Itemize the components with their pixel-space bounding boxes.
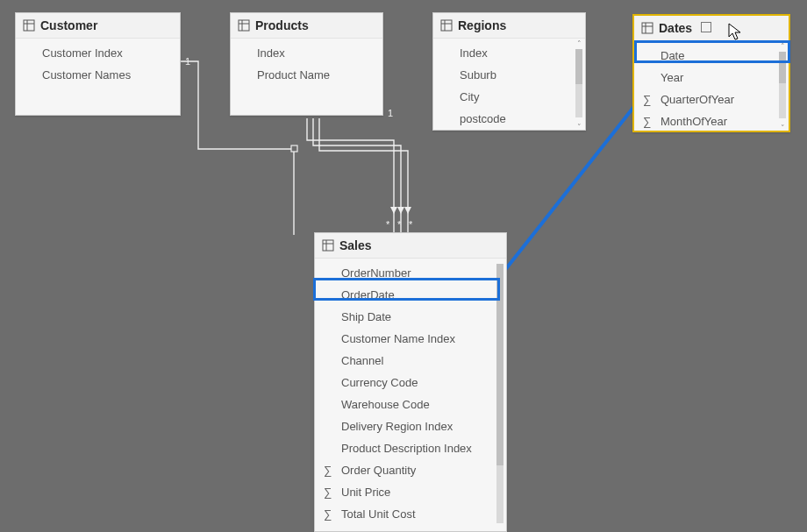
field-sales-orderdate[interactable]: OrderDate bbox=[315, 284, 506, 306]
model-diagram-canvas[interactable]: 1 1 * * * Customer Customer Index bbox=[0, 0, 807, 532]
cardinality-one: 1 bbox=[388, 108, 393, 118]
svg-marker-3 bbox=[404, 207, 411, 214]
scroll-down-icon[interactable]: ˅ bbox=[781, 124, 785, 132]
field-regions-postcode[interactable]: postcode bbox=[433, 108, 585, 130]
field-sales-channel[interactable]: Channel bbox=[315, 350, 506, 372]
scroll-down-icon[interactable]: ˅ bbox=[577, 124, 582, 131]
svg-rect-10 bbox=[441, 20, 452, 31]
table-title: Dates bbox=[659, 21, 692, 35]
relationship-products-sales-3 bbox=[319, 118, 408, 232]
svg-rect-7 bbox=[239, 20, 249, 31]
svg-rect-13 bbox=[642, 23, 653, 33]
maximize-icon[interactable] bbox=[701, 21, 711, 35]
field-sales-currencycode[interactable]: Currency Code bbox=[315, 372, 506, 394]
table-customer[interactable]: Customer Customer Index Customer Names bbox=[15, 12, 181, 116]
field-list: Customer Index Customer Names bbox=[16, 39, 180, 89]
field-dates-quarterofyear[interactable]: ∑ QuarterOfYear bbox=[634, 89, 789, 110]
sigma-icon: ∑ bbox=[643, 91, 651, 108]
table-icon bbox=[641, 22, 653, 34]
field-sales-totalunitcost[interactable]: ∑ Total Unit Cost bbox=[315, 503, 506, 525]
field-label: QuarterOfYear bbox=[661, 91, 734, 108]
table-header-dates[interactable]: Dates bbox=[634, 16, 789, 41]
field-sales-orderquantity[interactable]: ∑ Order Quantity bbox=[315, 459, 506, 481]
svg-rect-0 bbox=[291, 145, 297, 152]
table-regions[interactable]: Regions Index Suburb City postcode Longi… bbox=[432, 12, 586, 131]
table-sales[interactable]: Sales OrderNumber OrderDate Ship Date Cu… bbox=[314, 232, 507, 532]
svg-rect-4 bbox=[24, 20, 34, 31]
cardinality-many: * bbox=[409, 219, 413, 230]
field-list: OrderNumber OrderDate Ship Date Customer… bbox=[315, 259, 506, 532]
scrollbar-thumb[interactable] bbox=[575, 49, 582, 84]
field-label: Unit Price bbox=[341, 484, 390, 500]
cardinality-many: * bbox=[386, 219, 390, 230]
table-title: Customer bbox=[40, 18, 97, 32]
table-header-products[interactable]: Products bbox=[231, 13, 382, 39]
table-header-sales[interactable]: Sales bbox=[315, 233, 506, 259]
field-sales-unitprice[interactable]: ∑ Unit Price bbox=[315, 481, 506, 503]
field-dates-dayofmonth[interactable]: ∑ DayOfMonth bbox=[634, 132, 789, 134]
field-list: Index Product Name bbox=[231, 39, 382, 89]
field-products-index[interactable]: Index bbox=[231, 42, 382, 64]
table-title: Products bbox=[255, 18, 309, 32]
field-label: MonthOfYear bbox=[661, 113, 727, 130]
relationship-products-sales-2 bbox=[313, 118, 401, 232]
scrollbar-thumb[interactable] bbox=[496, 264, 503, 465]
field-products-name[interactable]: Product Name bbox=[231, 64, 382, 86]
cardinality-one: 1 bbox=[185, 56, 190, 67]
field-regions-longitude[interactable]: Longitude bbox=[433, 130, 585, 133]
field-label: Total Unit Cost bbox=[341, 506, 416, 522]
field-customer-index[interactable]: Customer Index bbox=[16, 42, 180, 64]
table-products[interactable]: Products Index Product Name bbox=[230, 12, 383, 116]
relationship-products-sales-1 bbox=[307, 118, 394, 232]
field-sales-deliveryregionindex[interactable]: Delivery Region Index bbox=[315, 415, 506, 437]
table-icon bbox=[440, 19, 453, 32]
svg-marker-1 bbox=[390, 207, 397, 214]
scroll-up-icon[interactable]: ˄ bbox=[577, 40, 582, 48]
table-title: Sales bbox=[339, 238, 372, 252]
field-dates-monthofyear[interactable]: ∑ MonthOfYear bbox=[634, 110, 789, 132]
sigma-icon: ∑ bbox=[324, 506, 332, 522]
sigma-icon: ∑ bbox=[324, 462, 332, 479]
field-label: Order Quantity bbox=[341, 462, 416, 479]
field-label: Total Revenue bbox=[341, 528, 414, 532]
field-sales-customernameindex[interactable]: Customer Name Index bbox=[315, 328, 506, 350]
field-regions-index[interactable]: Index bbox=[433, 42, 585, 64]
table-header-regions[interactable]: Regions bbox=[433, 13, 585, 39]
field-sales-shipdate[interactable]: Ship Date bbox=[315, 306, 506, 328]
field-regions-suburb[interactable]: Suburb bbox=[433, 64, 585, 86]
sigma-icon: ∑ bbox=[324, 528, 332, 532]
table-icon bbox=[322, 239, 334, 252]
svg-marker-2 bbox=[397, 207, 404, 214]
field-dates-date[interactable]: Date bbox=[634, 45, 789, 67]
field-dates-year[interactable]: Year bbox=[634, 67, 789, 89]
field-customer-names[interactable]: Customer Names bbox=[16, 64, 180, 86]
cardinality-many: * bbox=[397, 219, 402, 230]
table-icon bbox=[23, 19, 35, 32]
scrollbar-thumb[interactable] bbox=[779, 52, 786, 83]
field-sales-warehousecode[interactable]: Warehouse Code bbox=[315, 394, 506, 415]
table-dates[interactable]: Dates Date Year ∑ QuarterOfYear ∑ MonthO… bbox=[632, 14, 790, 132]
field-regions-city[interactable]: City bbox=[433, 86, 585, 108]
sigma-icon: ∑ bbox=[643, 113, 651, 130]
svg-rect-16 bbox=[323, 240, 333, 251]
field-sales-totalrevenue[interactable]: ∑ Total Revenue bbox=[315, 525, 506, 532]
table-title: Regions bbox=[458, 18, 506, 32]
table-header-customer[interactable]: Customer bbox=[16, 13, 180, 39]
field-sales-ordernumber[interactable]: OrderNumber bbox=[315, 262, 506, 284]
field-list: Index Suburb City postcode Longitude ˄ ˅ bbox=[433, 39, 585, 133]
scroll-up-icon[interactable]: ˄ bbox=[781, 43, 785, 51]
field-sales-productdescindex[interactable]: Product Description Index bbox=[315, 437, 506, 459]
field-list: Date Year ∑ QuarterOfYear ∑ MonthOfYear … bbox=[634, 41, 789, 134]
table-icon bbox=[238, 19, 250, 32]
sigma-icon: ∑ bbox=[324, 484, 332, 500]
